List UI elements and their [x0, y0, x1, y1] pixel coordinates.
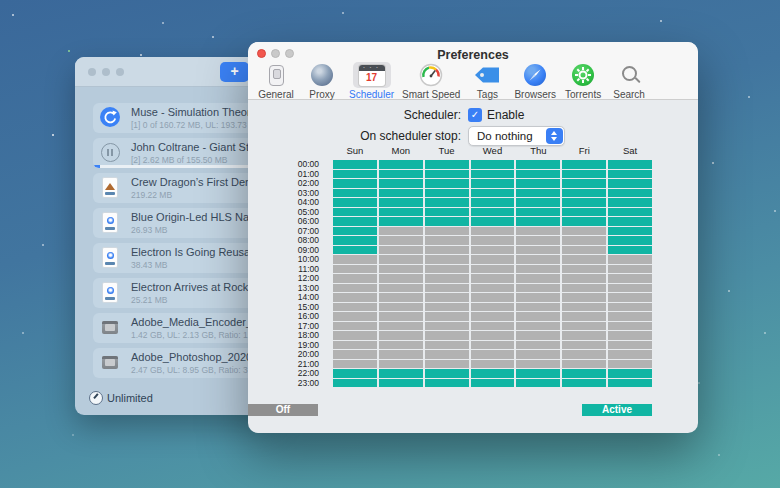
torrent-item[interactable]: John Coltrane - Giant Steps[2] 2.62 MB o…	[93, 138, 268, 168]
toolbar-item-smart-speed[interactable]: Smart Speed	[398, 62, 464, 100]
schedule-cell[interactable]	[425, 303, 469, 312]
schedule-cell[interactable]	[608, 208, 652, 217]
schedule-cell[interactable]	[333, 360, 377, 369]
schedule-cell[interactable]	[562, 217, 606, 226]
schedule-cell[interactable]	[379, 341, 423, 350]
toolbar-item-general[interactable]: General	[253, 62, 299, 100]
schedule-cell[interactable]	[471, 341, 515, 350]
schedule-cell[interactable]	[516, 170, 560, 179]
schedule-cell[interactable]	[562, 293, 606, 302]
schedule-cell[interactable]	[562, 189, 606, 198]
schedule-cell[interactable]	[379, 350, 423, 359]
schedule-cell[interactable]	[608, 265, 652, 274]
speed-status[interactable]: Unlimited	[89, 391, 153, 405]
torrent-item[interactable]: Adobe_Photoshop_2020_v2.47 GB, UL: 8.95 …	[93, 348, 268, 378]
schedule-cell[interactable]	[333, 265, 377, 274]
schedule-cell[interactable]	[333, 303, 377, 312]
schedule-cell[interactable]	[471, 189, 515, 198]
schedule-cell[interactable]	[425, 350, 469, 359]
add-torrent-button[interactable]: +	[220, 62, 249, 82]
schedule-cell[interactable]	[425, 379, 469, 388]
schedule-cell[interactable]	[471, 160, 515, 169]
schedule-cell[interactable]	[379, 293, 423, 302]
schedule-cell[interactable]	[516, 293, 560, 302]
schedule-cell[interactable]	[333, 369, 377, 378]
schedule-cell[interactable]	[608, 160, 652, 169]
schedule-cell[interactable]	[562, 208, 606, 217]
schedule-cell[interactable]	[425, 189, 469, 198]
schedule-cell[interactable]	[425, 293, 469, 302]
schedule-cell[interactable]	[333, 379, 377, 388]
schedule-cell[interactable]	[608, 227, 652, 236]
schedule-cell[interactable]	[471, 284, 515, 293]
schedule-cell[interactable]	[471, 293, 515, 302]
minimize-button[interactable]	[271, 49, 280, 58]
schedule-cell[interactable]	[471, 360, 515, 369]
schedule-cell[interactable]	[379, 227, 423, 236]
schedule-cell[interactable]	[608, 312, 652, 321]
schedule-cell[interactable]	[608, 189, 652, 198]
schedule-cell[interactable]	[333, 341, 377, 350]
schedule-cell[interactable]	[333, 255, 377, 264]
schedule-cell[interactable]	[425, 341, 469, 350]
close-button[interactable]	[88, 68, 96, 76]
toolbar-item-proxy[interactable]: Proxy	[299, 62, 345, 100]
schedule-cell[interactable]	[516, 379, 560, 388]
schedule-cell[interactable]	[425, 265, 469, 274]
schedule-cell[interactable]	[608, 236, 652, 245]
schedule-cell[interactable]	[562, 236, 606, 245]
schedule-cell[interactable]	[562, 331, 606, 340]
enable-checkbox[interactable]: ✓	[468, 108, 482, 122]
schedule-cell[interactable]	[425, 255, 469, 264]
schedule-cell[interactable]	[516, 236, 560, 245]
toolbar-item-scheduler[interactable]: • • •17Scheduler	[345, 62, 398, 100]
schedule-cell[interactable]	[425, 284, 469, 293]
schedule-cell[interactable]	[562, 341, 606, 350]
schedule-cell[interactable]	[471, 274, 515, 283]
schedule-cell[interactable]	[471, 227, 515, 236]
schedule-cell[interactable]	[379, 208, 423, 217]
torrent-item[interactable]: Electron Is Going Reusable(38.43 MB	[93, 243, 268, 273]
schedule-cell[interactable]	[471, 198, 515, 207]
schedule-cell[interactable]	[516, 360, 560, 369]
schedule-cell[interactable]	[562, 255, 606, 264]
schedule-cell[interactable]	[562, 246, 606, 255]
schedule-cell[interactable]	[516, 160, 560, 169]
schedule-cell[interactable]	[608, 331, 652, 340]
schedule-cell[interactable]	[608, 303, 652, 312]
schedule-cell[interactable]	[379, 236, 423, 245]
schedule-cell[interactable]	[562, 274, 606, 283]
schedule-cell[interactable]	[379, 331, 423, 340]
schedule-cell[interactable]	[379, 265, 423, 274]
schedule-cell[interactable]	[562, 322, 606, 331]
zoom-button[interactable]	[285, 49, 294, 58]
minimize-button[interactable]	[102, 68, 110, 76]
schedule-cell[interactable]	[333, 274, 377, 283]
schedule-cell[interactable]	[471, 312, 515, 321]
schedule-cell[interactable]	[471, 379, 515, 388]
schedule-cell[interactable]	[608, 293, 652, 302]
schedule-cell[interactable]	[425, 246, 469, 255]
schedule-cell[interactable]	[333, 208, 377, 217]
schedule-cell[interactable]	[608, 284, 652, 293]
schedule-cell[interactable]	[562, 369, 606, 378]
schedule-cell[interactable]	[562, 360, 606, 369]
schedule-cell[interactable]	[516, 227, 560, 236]
schedule-cell[interactable]	[471, 265, 515, 274]
schedule-cell[interactable]	[562, 170, 606, 179]
schedule-cell[interactable]	[379, 360, 423, 369]
schedule-cell[interactable]	[471, 303, 515, 312]
schedule-cell[interactable]	[608, 179, 652, 188]
schedule-cell[interactable]	[471, 246, 515, 255]
schedule-cell[interactable]	[379, 369, 423, 378]
schedule-cell[interactable]	[608, 350, 652, 359]
schedule-cell[interactable]	[516, 312, 560, 321]
schedule-cell[interactable]	[425, 236, 469, 245]
schedule-cell[interactable]	[562, 284, 606, 293]
schedule-cell[interactable]	[608, 379, 652, 388]
schedule-cell[interactable]	[516, 246, 560, 255]
schedule-cell[interactable]	[379, 160, 423, 169]
schedule-cell[interactable]	[608, 274, 652, 283]
schedule-cell[interactable]	[608, 341, 652, 350]
schedule-cell[interactable]	[379, 379, 423, 388]
